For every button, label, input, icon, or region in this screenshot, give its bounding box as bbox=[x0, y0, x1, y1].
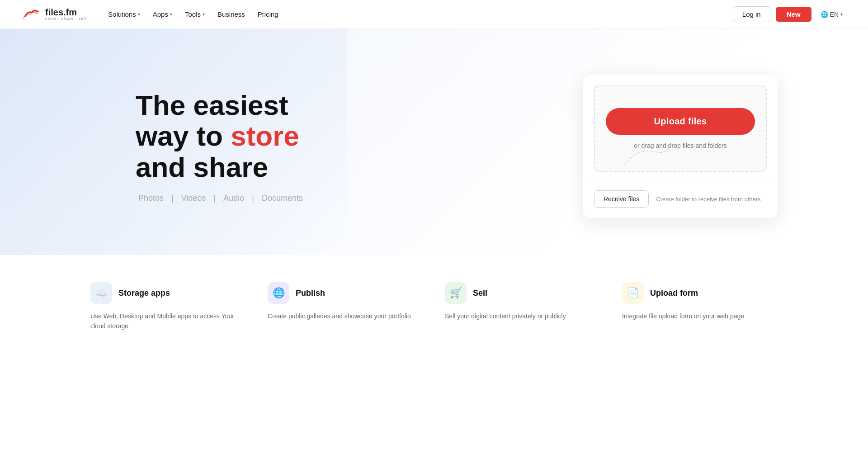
feature-storage-apps: ☁️ Storage apps Use Web, Desktop and Mob… bbox=[90, 282, 246, 331]
publish-icon: 🌐 bbox=[268, 282, 289, 304]
nav-tools-label: Tools bbox=[185, 10, 201, 18]
hero-section: The easiestway to store and share Photos… bbox=[0, 29, 868, 255]
globe-icon: 🌐 bbox=[821, 11, 828, 18]
nav-apps[interactable]: Apps ▾ bbox=[147, 7, 178, 22]
nav-solutions-label: Solutions bbox=[108, 10, 136, 18]
navbar-right: Log in New 🌐 EN ▾ bbox=[733, 6, 846, 22]
subtitle-sep1: | bbox=[171, 194, 176, 203]
feature-publish: 🌐 Publish Create public galleries and sh… bbox=[268, 282, 423, 331]
feature-storage-apps-header: ☁️ Storage apps bbox=[90, 282, 246, 304]
storage-apps-desc: Use Web, Desktop and Mobile apps to acce… bbox=[90, 311, 246, 331]
logo-text: files.fm store · share · sell bbox=[45, 8, 86, 21]
chevron-down-icon: ▾ bbox=[138, 12, 140, 17]
subtitle-documents: Documents bbox=[262, 194, 303, 203]
lang-label: EN bbox=[830, 11, 839, 18]
card-divider bbox=[583, 181, 778, 181]
subtitle-sep3: | bbox=[252, 194, 256, 203]
logo[interactable]: files.fm store · share · sell bbox=[22, 7, 86, 22]
nav-business-label: Business bbox=[217, 10, 245, 18]
upload-form-icon: 📄 bbox=[622, 282, 644, 304]
hero-subtitle: Photos | Videos | Audio | Documents bbox=[136, 194, 306, 203]
receive-files-button[interactable]: Receive files bbox=[594, 190, 649, 208]
publish-desc: Create public galleries and showcase you… bbox=[268, 311, 423, 321]
nav-tools[interactable]: Tools ▾ bbox=[179, 7, 210, 22]
nav-business[interactable]: Business bbox=[212, 7, 250, 22]
hero-text: The easiestway to store and share Photos… bbox=[136, 90, 306, 203]
navbar: files.fm store · share · sell Solutions … bbox=[0, 0, 868, 29]
upload-form-desc: Integrate file upload form on your web p… bbox=[622, 311, 778, 321]
navbar-left: files.fm store · share · sell Solutions … bbox=[22, 7, 284, 22]
sell-title: Sell bbox=[473, 288, 487, 298]
nav-apps-label: Apps bbox=[153, 10, 168, 18]
features-section: ☁️ Storage apps Use Web, Desktop and Mob… bbox=[0, 255, 868, 368]
hero-heading: The easiestway to store and share bbox=[136, 90, 306, 183]
feature-publish-header: 🌐 Publish bbox=[268, 282, 423, 304]
chevron-down-icon: ▾ bbox=[840, 12, 843, 17]
subtitle-audio: Audio bbox=[223, 194, 244, 203]
features-grid: ☁️ Storage apps Use Web, Desktop and Mob… bbox=[90, 282, 778, 331]
feature-upload-form: 📄 Upload form Integrate file upload form… bbox=[622, 282, 778, 331]
storage-apps-icon: ☁️ bbox=[90, 282, 112, 304]
upload-form-title: Upload form bbox=[650, 288, 698, 298]
subtitle-videos: Videos bbox=[181, 194, 206, 203]
feature-upload-form-header: 📄 Upload form bbox=[622, 282, 778, 304]
nav-solutions[interactable]: Solutions ▾ bbox=[103, 7, 146, 22]
feature-sell-header: 🛒 Sell bbox=[445, 282, 600, 304]
logo-icon bbox=[22, 7, 42, 22]
feature-sell: 🛒 Sell Sell your digital content private… bbox=[445, 282, 600, 331]
sell-desc: Sell your digital content privately or p… bbox=[445, 311, 600, 321]
login-button[interactable]: Log in bbox=[733, 6, 770, 22]
heading-accent: store bbox=[231, 120, 299, 151]
logo-name: files.fm bbox=[45, 8, 86, 17]
receive-section: Receive files Create folder to receive f… bbox=[583, 190, 778, 208]
nav-pricing-label: Pricing bbox=[258, 10, 278, 18]
new-button[interactable]: New bbox=[776, 7, 811, 22]
heading-line3: and share bbox=[136, 151, 268, 183]
sell-icon: 🛒 bbox=[445, 282, 467, 304]
storage-apps-title: Storage apps bbox=[118, 288, 170, 298]
chevron-down-icon: ▾ bbox=[203, 12, 205, 17]
nav-links: Solutions ▾ Apps ▾ Tools ▾ Business Pric… bbox=[103, 7, 284, 22]
publish-title: Publish bbox=[296, 288, 325, 298]
chevron-down-icon: ▾ bbox=[170, 12, 172, 17]
nav-pricing[interactable]: Pricing bbox=[252, 7, 284, 22]
upload-files-button[interactable]: Upload files bbox=[606, 108, 755, 135]
logo-tagline: store · share · sell bbox=[45, 17, 86, 21]
upload-card: Upload files or drag and drop files and … bbox=[583, 75, 778, 218]
arrow-decoration bbox=[619, 138, 674, 175]
receive-hint: Create folder to receive files from othe… bbox=[656, 196, 760, 203]
subtitle-sep2: | bbox=[213, 194, 218, 203]
subtitle-photos: Photos bbox=[138, 194, 164, 203]
language-selector[interactable]: 🌐 EN ▾ bbox=[817, 8, 846, 21]
